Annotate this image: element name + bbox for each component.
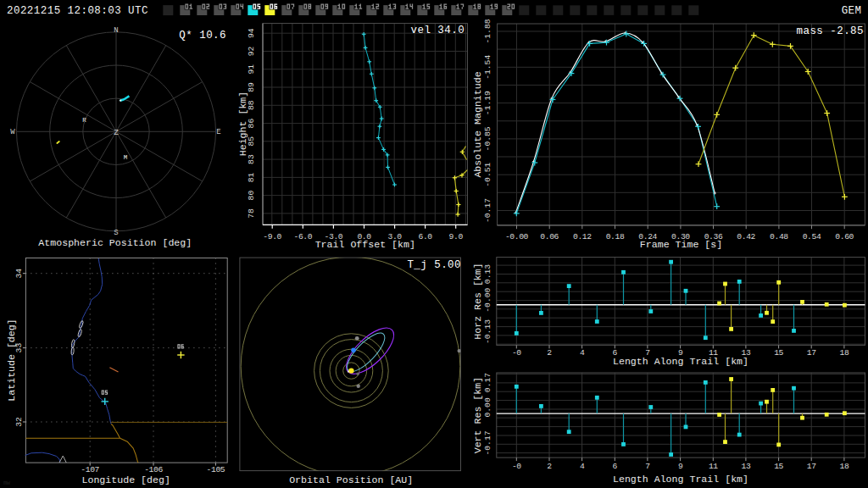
svg-text:34: 34 (14, 269, 24, 279)
svg-text:-0.00: -0.00 (505, 232, 529, 241)
svg-text:Trail Offset [km]: Trail Offset [km] (315, 239, 415, 250)
svg-text:0.06: 0.06 (540, 232, 559, 241)
svg-text:-0.00: -0.00 (483, 287, 492, 312)
svg-text:92: 92 (247, 47, 256, 57)
svg-text:32: 32 (14, 417, 24, 427)
svg-text:Length Along Trail [km]: Length Along Trail [km] (613, 356, 748, 367)
svg-text:M: M (124, 154, 128, 161)
svg-text:S: S (114, 229, 118, 237)
svg-text:20221215 12:08:03 UTC: 20221215 12:08:03 UTC (7, 5, 148, 17)
svg-text:Longitude [deg]: Longitude [deg] (82, 474, 170, 485)
svg-text:15: 15 (774, 348, 783, 358)
svg-text:2: 2 (547, 348, 552, 358)
svg-text:Atmospheric Position [deg]: Atmospheric Position [deg] (38, 237, 192, 248)
svg-text:Vert Res [km]: Vert Res [km] (472, 377, 483, 453)
svg-text:0.13: 0.13 (483, 264, 492, 284)
svg-text:-9.0: -9.0 (263, 232, 281, 241)
svg-text:-0.85: -0.85 (483, 126, 492, 151)
svg-text:6.0: 6.0 (418, 232, 432, 241)
svg-text:9: 9 (678, 462, 683, 471)
svg-text:Absolute Magnitude: Absolute Magnitude (472, 71, 483, 177)
svg-text:18: 18 (839, 462, 849, 471)
svg-text:2: 2 (547, 462, 552, 471)
svg-text:Height [km]: Height [km] (237, 92, 248, 157)
svg-text:-0.13: -0.13 (483, 319, 492, 344)
svg-text:-0: -0 (512, 348, 521, 358)
svg-text:9.0: 9.0 (449, 232, 464, 241)
svg-text:80: 80 (247, 191, 256, 201)
svg-text:-1.54: -1.54 (483, 55, 492, 80)
svg-text:0.12: 0.12 (573, 232, 592, 241)
svg-text:Horz Res [km]: Horz Res [km] (472, 263, 483, 339)
svg-text:mass -2.85: mass -2.85 (796, 25, 864, 37)
svg-text:15: 15 (774, 462, 783, 471)
svg-text:4: 4 (580, 348, 585, 358)
svg-text:0.60: 0.60 (835, 232, 854, 241)
svg-text:0.00: 0.00 (483, 397, 492, 417)
svg-text:vel 34.0: vel 34.0 (411, 25, 465, 36)
svg-text:0.18: 0.18 (606, 232, 625, 241)
svg-text:-0.17: -0.17 (483, 430, 492, 455)
svg-text:4: 4 (580, 462, 585, 471)
svg-text:mw: mw (3, 480, 11, 486)
svg-text:18: 18 (839, 348, 849, 358)
svg-text:-1.88: -1.88 (483, 19, 492, 43)
svg-text:-1.19: -1.19 (483, 91, 492, 115)
svg-text:17: 17 (807, 462, 816, 471)
svg-text:-106: -106 (144, 465, 163, 474)
svg-text:Frame Time [s]: Frame Time [s] (640, 239, 722, 250)
svg-text:0.17: 0.17 (483, 373, 492, 392)
svg-text:-0.17: -0.17 (483, 198, 492, 223)
svg-text:-105: -105 (207, 465, 225, 474)
svg-text:-6.0: -6.0 (293, 232, 312, 241)
svg-text:89: 89 (247, 82, 256, 92)
svg-text:Latitude [deg]: Latitude [deg] (6, 319, 17, 401)
svg-text:0.54: 0.54 (803, 232, 821, 241)
svg-text:T_j 5.00: T_j 5.00 (407, 259, 461, 271)
svg-text:7: 7 (645, 462, 650, 471)
svg-text:6: 6 (613, 462, 618, 471)
svg-text:11: 11 (709, 462, 718, 471)
svg-text:-0.51: -0.51 (483, 162, 492, 186)
svg-text:91: 91 (247, 64, 256, 75)
svg-text:Q* 10.6: Q* 10.6 (179, 30, 226, 42)
svg-text:81: 81 (247, 172, 256, 182)
svg-text:0.42: 0.42 (737, 232, 755, 241)
svg-text:R: R (82, 117, 86, 124)
svg-text:78: 78 (247, 208, 256, 219)
svg-text:Length Along Trail [km]: Length Along Trail [km] (613, 474, 748, 485)
svg-text:Z: Z (114, 128, 119, 137)
svg-text:Orbital Position [AU]: Orbital Position [AU] (289, 474, 413, 485)
svg-text:-107: -107 (81, 465, 99, 474)
svg-text:E: E (216, 128, 220, 136)
svg-text:0.48: 0.48 (770, 232, 788, 241)
svg-text:-0: -0 (512, 462, 521, 471)
svg-text:W: W (10, 128, 15, 136)
svg-text:94: 94 (247, 28, 256, 38)
svg-text:17: 17 (807, 348, 816, 358)
svg-text:13: 13 (741, 462, 750, 471)
svg-text:GEM: GEM (842, 5, 862, 17)
svg-text:N: N (114, 26, 118, 35)
